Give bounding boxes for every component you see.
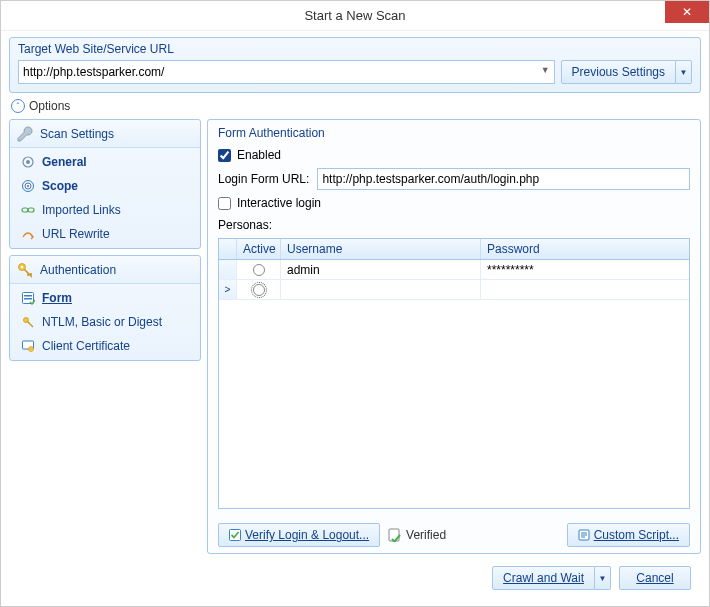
options-label: Options bbox=[29, 99, 70, 113]
grid-header-username: Username bbox=[281, 239, 481, 259]
row-password-cell[interactable] bbox=[481, 280, 689, 299]
previous-settings-button[interactable]: Previous Settings bbox=[561, 60, 676, 84]
key-small-icon bbox=[20, 314, 36, 330]
crawl-label: Crawl and Wait bbox=[503, 571, 584, 585]
previous-settings-label: Previous Settings bbox=[572, 65, 665, 79]
titlebar: Start a New Scan ✕ bbox=[1, 1, 709, 31]
sidebar-item-scope[interactable]: Scope bbox=[10, 174, 200, 198]
custom-script-label: Custom Script... bbox=[594, 528, 679, 542]
sidebar-item-label: Scope bbox=[42, 179, 78, 193]
table-row[interactable]: admin ********** bbox=[219, 260, 689, 280]
sidebar-item-imported-links[interactable]: Imported Links bbox=[10, 198, 200, 222]
sidebar-item-ntlm[interactable]: NTLM, Basic or Digest bbox=[10, 310, 200, 334]
radio-icon[interactable] bbox=[253, 284, 265, 296]
form-auth-panel: Form Authentication Enabled Login Form U… bbox=[207, 119, 701, 554]
cancel-button[interactable]: Cancel bbox=[619, 566, 691, 590]
grid-header-active: Active bbox=[237, 239, 281, 259]
row-active-cell[interactable] bbox=[237, 280, 281, 299]
svg-rect-6 bbox=[28, 208, 34, 212]
grid-header: Active Username Password bbox=[219, 239, 689, 260]
options-toggle[interactable]: ˆ Options bbox=[9, 97, 701, 115]
form-icon bbox=[20, 290, 36, 306]
target-url-input[interactable]: http://php.testsparker.com/ ▼ bbox=[18, 60, 555, 84]
chevron-down-icon[interactable]: ▼ bbox=[541, 65, 550, 75]
grid-header-password: Password bbox=[481, 239, 689, 259]
sidebar-item-label: Form bbox=[42, 291, 72, 305]
target-icon bbox=[20, 178, 36, 194]
grid-header-marker bbox=[219, 239, 237, 259]
login-url-input[interactable] bbox=[317, 168, 690, 190]
sidebar-item-label: URL Rewrite bbox=[42, 227, 110, 241]
enabled-checkbox[interactable] bbox=[218, 149, 231, 162]
table-row[interactable]: > bbox=[219, 280, 689, 300]
scan-settings-header: Scan Settings bbox=[10, 120, 200, 148]
custom-script-button[interactable]: Custom Script... bbox=[567, 523, 690, 547]
sidebar-item-label: Imported Links bbox=[42, 203, 121, 217]
interactive-checkbox[interactable] bbox=[218, 197, 231, 210]
crawl-dropdown[interactable]: ▼ bbox=[595, 566, 611, 590]
verify-login-label: Verify Login & Logout... bbox=[245, 528, 369, 542]
authentication-panel: Authentication Form bbox=[9, 255, 201, 361]
verify-login-button[interactable]: Verify Login & Logout... bbox=[218, 523, 380, 547]
cancel-label: Cancel bbox=[636, 571, 673, 585]
scan-settings-panel: Scan Settings General bbox=[9, 119, 201, 249]
personas-grid: Active Username Password admin *********… bbox=[218, 238, 690, 509]
verified-label: Verified bbox=[406, 528, 446, 542]
close-button[interactable]: ✕ bbox=[665, 1, 709, 23]
svg-point-8 bbox=[21, 265, 24, 268]
sidebar-item-form[interactable]: Form bbox=[10, 286, 200, 310]
row-active-cell[interactable] bbox=[237, 260, 281, 279]
interactive-label: Interactive login bbox=[237, 196, 321, 210]
verified-status: Verified bbox=[388, 528, 446, 542]
row-username-cell[interactable] bbox=[281, 280, 481, 299]
row-marker: > bbox=[219, 280, 237, 299]
scan-settings-title: Scan Settings bbox=[40, 127, 114, 141]
authentication-header: Authentication bbox=[10, 256, 200, 284]
svg-point-4 bbox=[27, 185, 29, 187]
target-label: Target Web Site/Service URL bbox=[10, 38, 700, 60]
script-icon bbox=[578, 529, 590, 541]
row-username-cell[interactable]: admin bbox=[281, 260, 481, 279]
sidebar-item-url-rewrite[interactable]: URL Rewrite bbox=[10, 222, 200, 246]
link-icon bbox=[20, 202, 36, 218]
wrench-icon bbox=[16, 125, 34, 143]
authentication-title: Authentication bbox=[40, 263, 116, 277]
sidebar-item-label: NTLM, Basic or Digest bbox=[42, 315, 162, 329]
target-panel: Target Web Site/Service URL http://php.t… bbox=[9, 37, 701, 93]
sidebar-item-client-cert[interactable]: Client Certificate bbox=[10, 334, 200, 358]
crawl-and-wait-button[interactable]: Crawl and Wait bbox=[492, 566, 595, 590]
rewrite-icon bbox=[20, 226, 36, 242]
personas-label: Personas: bbox=[218, 218, 690, 232]
svg-rect-5 bbox=[22, 208, 28, 212]
certificate-icon bbox=[20, 338, 36, 354]
window-title: Start a New Scan bbox=[304, 8, 405, 23]
sidebar-item-label: General bbox=[42, 155, 87, 169]
check-icon bbox=[229, 529, 241, 541]
previous-settings-dropdown[interactable]: ▼ bbox=[676, 60, 692, 84]
row-marker bbox=[219, 260, 237, 279]
sidebar-item-general[interactable]: General bbox=[10, 150, 200, 174]
svg-point-14 bbox=[29, 347, 34, 352]
svg-point-1 bbox=[26, 160, 30, 164]
form-auth-title: Form Authentication bbox=[208, 120, 700, 144]
sidebar-item-label: Client Certificate bbox=[42, 339, 130, 353]
login-url-label: Login Form URL: bbox=[218, 172, 309, 186]
svg-rect-10 bbox=[24, 295, 32, 297]
close-icon: ✕ bbox=[682, 5, 692, 19]
grid-empty-area bbox=[219, 300, 689, 508]
key-icon bbox=[16, 261, 34, 279]
radio-icon[interactable] bbox=[253, 264, 265, 276]
gear-icon bbox=[20, 154, 36, 170]
svg-rect-11 bbox=[24, 298, 32, 300]
verified-icon bbox=[388, 528, 402, 542]
row-password-cell[interactable]: ********** bbox=[481, 260, 689, 279]
collapse-icon[interactable]: ˆ bbox=[11, 99, 25, 113]
target-url-value: http://php.testsparker.com/ bbox=[23, 65, 164, 79]
enabled-label: Enabled bbox=[237, 148, 281, 162]
